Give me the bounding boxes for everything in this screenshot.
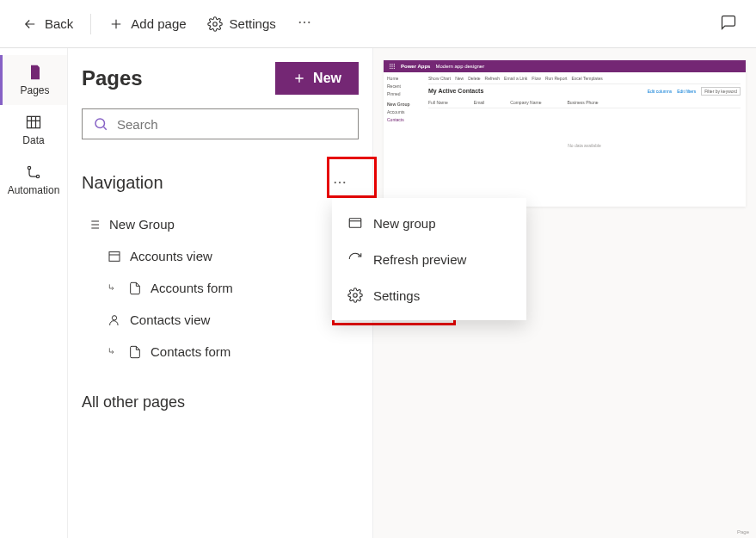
col: Company Name: [510, 100, 541, 105]
rail-automation-label: Automation: [8, 184, 60, 196]
ctx-label: Refresh preview: [373, 252, 466, 267]
plus-icon: [108, 16, 124, 32]
svg-point-9: [339, 182, 341, 183]
nav-accounts-view[interactable]: Accounts view: [82, 240, 359, 272]
cmd: Flow: [532, 76, 541, 81]
more-icon: [297, 15, 312, 30]
pages-panel: Pages New Navigation New Group Accounts …: [67, 48, 373, 538]
divider: [90, 14, 91, 34]
cmd: Excel Templates: [571, 76, 602, 81]
prev-side-contacts: Contacts: [387, 117, 420, 122]
link-edit-filters: Edit filters: [677, 89, 696, 94]
svg-point-2: [304, 21, 305, 22]
gear-icon: [347, 288, 363, 303]
search-icon: [93, 116, 108, 132]
navigation-heading: Navigation: [82, 173, 163, 193]
svg-rect-11: [109, 251, 120, 261]
svg-point-12: [112, 315, 116, 319]
nav-contacts-view[interactable]: Contacts view: [82, 304, 359, 336]
preview-designer: Modern app designer: [435, 64, 484, 69]
nav-accounts-form[interactable]: Accounts form: [82, 272, 359, 304]
back-button[interactable]: Back: [14, 11, 82, 37]
ctx-refresh[interactable]: Refresh preview: [332, 241, 526, 277]
svg-point-18: [394, 65, 395, 66]
svg-rect-4: [28, 116, 40, 127]
plus-icon: [292, 71, 306, 85]
arrow-left-icon: [22, 16, 38, 32]
waffle-icon: [389, 63, 396, 70]
nav-group[interactable]: New Group: [82, 208, 359, 240]
rail-pages-label: Pages: [20, 84, 49, 96]
prev-side-recent: Recent: [387, 83, 420, 89]
all-other-heading: All other pages: [82, 388, 359, 417]
rail-automation[interactable]: Automation: [0, 155, 67, 205]
nav-item-label: Accounts form: [151, 281, 233, 295]
svg-point-21: [394, 68, 395, 69]
preview-app: Power Apps Modern app designer Home Rece…: [384, 60, 746, 207]
preview-brand: Power Apps: [401, 64, 430, 69]
ctx-new-group[interactable]: New group: [332, 205, 526, 241]
add-page-button[interactable]: Add page: [100, 11, 194, 37]
search-field[interactable]: [82, 108, 359, 139]
subpage-icon: [108, 346, 120, 358]
data-icon: [25, 114, 42, 131]
svg-point-5: [28, 166, 30, 169]
prev-side-home: Home: [387, 76, 420, 81]
chat-icon: [720, 14, 737, 31]
cmd: Run Report: [545, 76, 568, 81]
cmd: Show Chart: [428, 76, 451, 81]
search-input[interactable]: [117, 117, 347, 132]
svg-point-14: [391, 64, 392, 65]
svg-rect-22: [349, 219, 361, 228]
ctx-settings[interactable]: Settings: [332, 277, 526, 313]
cmd: Email a Link: [504, 76, 527, 81]
prev-side-group: New Group: [387, 102, 420, 107]
form-icon: [128, 345, 142, 359]
svg-point-7: [95, 119, 105, 128]
svg-point-1: [298, 21, 300, 22]
rail-data[interactable]: Data: [0, 105, 67, 155]
svg-point-20: [391, 68, 392, 69]
svg-point-13: [390, 64, 390, 65]
svg-point-23: [353, 294, 358, 298]
ctx-label: Settings: [373, 288, 420, 303]
nav-item-label: Accounts view: [130, 249, 212, 263]
nav-item-label: Contacts view: [130, 312, 210, 327]
filter-box: Filter by keyword: [701, 87, 741, 96]
list-icon: [87, 218, 101, 232]
automation-icon: [25, 164, 42, 181]
svg-point-15: [394, 64, 395, 65]
left-rail: Pages Data Automation: [0, 48, 67, 538]
svg-point-19: [390, 68, 390, 69]
col: Email: [474, 100, 485, 105]
nav-contacts-form[interactable]: Contacts form: [82, 336, 359, 368]
svg-point-0: [212, 22, 217, 26]
panel-title: Pages: [82, 66, 143, 90]
rail-pages[interactable]: Pages: [0, 55, 67, 105]
form-icon: [128, 281, 142, 295]
rail-data-label: Data: [22, 134, 44, 146]
new-button[interactable]: New: [275, 62, 359, 95]
svg-point-17: [391, 65, 392, 66]
preview-empty: No data available: [428, 108, 741, 148]
preview-page-label: Page: [730, 526, 756, 538]
svg-point-3: [308, 21, 310, 22]
comments-button[interactable]: [715, 9, 742, 40]
add-page-label: Add page: [131, 16, 186, 31]
new-group-icon: [347, 215, 363, 231]
navigation-more-button[interactable]: [321, 165, 359, 200]
link-edit-columns: Edit columns: [648, 89, 673, 94]
toolbar-more-button[interactable]: [288, 9, 321, 39]
refresh-icon: [347, 251, 363, 267]
preview-view-title: My Active Contacts: [428, 84, 483, 97]
svg-point-6: [36, 175, 39, 177]
prev-side-accounts: Accounts: [387, 109, 420, 114]
cmd: Delete: [468, 76, 480, 81]
person-icon: [108, 313, 121, 327]
settings-label: Settings: [230, 16, 276, 31]
page-icon: [27, 64, 44, 81]
cmd: Refresh: [485, 76, 501, 81]
nav-item-label: Contacts form: [151, 344, 230, 359]
settings-button[interactable]: Settings: [199, 11, 285, 37]
back-label: Back: [45, 16, 73, 31]
